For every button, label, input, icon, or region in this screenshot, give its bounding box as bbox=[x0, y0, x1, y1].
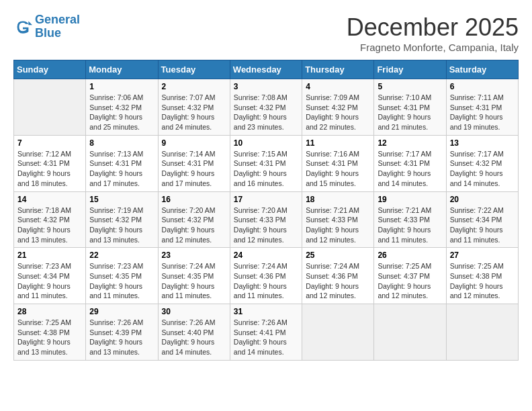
week-row-3: 14 Sunrise: 7:18 AMSunset: 4:32 PMDaylig… bbox=[14, 191, 519, 248]
day-number: 7 bbox=[17, 138, 82, 148]
calendar-cell-w5-d2: 30 Sunrise: 7:26 AMSunset: 4:40 PMDaylig… bbox=[158, 304, 230, 361]
calendar-cell-w3-d1: 15 Sunrise: 7:19 AMSunset: 4:32 PMDaylig… bbox=[86, 191, 158, 248]
logo-line1: General bbox=[35, 13, 80, 26]
calendar-cell-w4-d6: 27 Sunrise: 7:25 AMSunset: 4:38 PMDaylig… bbox=[446, 248, 518, 304]
day-number: 9 bbox=[162, 138, 226, 148]
day-info: Sunrise: 7:23 AMSunset: 4:35 PMDaylight:… bbox=[89, 261, 154, 301]
day-info: Sunrise: 7:11 AMSunset: 4:31 PMDaylight:… bbox=[450, 93, 515, 132]
header-tuesday: Tuesday bbox=[158, 60, 230, 79]
calendar-cell-w4-d0: 21 Sunrise: 7:23 AMSunset: 4:34 PMDaylig… bbox=[14, 248, 86, 304]
week-row-2: 7 Sunrise: 7:12 AMSunset: 4:31 PMDayligh… bbox=[14, 135, 519, 191]
day-number: 15 bbox=[89, 195, 154, 204]
day-number: 28 bbox=[17, 307, 82, 316]
day-number: 18 bbox=[306, 195, 370, 204]
day-info: Sunrise: 7:25 AMSunset: 4:38 PMDaylight:… bbox=[450, 261, 515, 301]
calendar-cell-w5-d6 bbox=[446, 304, 518, 361]
day-info: Sunrise: 7:22 AMSunset: 4:34 PMDaylight:… bbox=[450, 205, 515, 245]
calendar-cell-w1-d5: 5 Sunrise: 7:10 AMSunset: 4:31 PMDayligh… bbox=[374, 79, 446, 136]
day-info: Sunrise: 7:09 AMSunset: 4:32 PMDaylight:… bbox=[306, 93, 370, 132]
week-row-1: 1 Sunrise: 7:06 AMSunset: 4:32 PMDayligh… bbox=[14, 79, 519, 136]
logo-icon bbox=[13, 17, 32, 36]
day-number: 3 bbox=[234, 82, 298, 91]
calendar-cell-w2-d5: 12 Sunrise: 7:17 AMSunset: 4:31 PMDaylig… bbox=[374, 135, 446, 191]
week-row-4: 21 Sunrise: 7:23 AMSunset: 4:34 PMDaylig… bbox=[14, 248, 519, 304]
location-subtitle: Fragneto Monforte, Campania, Italy bbox=[347, 42, 519, 53]
calendar-cell-w1-d1: 1 Sunrise: 7:06 AMSunset: 4:32 PMDayligh… bbox=[86, 79, 158, 136]
day-number: 29 bbox=[89, 307, 154, 316]
day-number: 31 bbox=[234, 307, 298, 316]
header-sunday: Sunday bbox=[14, 60, 86, 79]
calendar-cell-w5-d5 bbox=[374, 304, 446, 361]
calendar-cell-w1-d3: 3 Sunrise: 7:08 AMSunset: 4:32 PMDayligh… bbox=[230, 79, 302, 136]
day-info: Sunrise: 7:24 AMSunset: 4:36 PMDaylight:… bbox=[234, 261, 298, 301]
day-number: 26 bbox=[378, 250, 442, 260]
weekday-header-row: Sunday Monday Tuesday Wednesday Thursday… bbox=[14, 60, 519, 79]
day-info: Sunrise: 7:14 AMSunset: 4:31 PMDaylight:… bbox=[162, 149, 226, 189]
header-saturday: Saturday bbox=[446, 60, 518, 79]
day-info: Sunrise: 7:15 AMSunset: 4:31 PMDaylight:… bbox=[234, 149, 298, 189]
logo: General Blue bbox=[13, 13, 80, 40]
day-info: Sunrise: 7:21 AMSunset: 4:33 PMDaylight:… bbox=[306, 205, 370, 245]
calendar-cell-w2-d6: 13 Sunrise: 7:17 AMSunset: 4:32 PMDaylig… bbox=[446, 135, 518, 191]
day-number: 2 bbox=[162, 82, 226, 91]
calendar-cell-w4-d3: 24 Sunrise: 7:24 AMSunset: 4:36 PMDaylig… bbox=[230, 248, 302, 304]
title-block: December 2025 Fragneto Monforte, Campani… bbox=[347, 13, 519, 53]
day-info: Sunrise: 7:20 AMSunset: 4:33 PMDaylight:… bbox=[234, 205, 298, 245]
calendar-cell-w4-d4: 25 Sunrise: 7:24 AMSunset: 4:36 PMDaylig… bbox=[302, 248, 374, 304]
day-info: Sunrise: 7:16 AMSunset: 4:31 PMDaylight:… bbox=[306, 149, 370, 189]
day-info: Sunrise: 7:19 AMSunset: 4:32 PMDaylight:… bbox=[89, 205, 154, 245]
day-info: Sunrise: 7:17 AMSunset: 4:31 PMDaylight:… bbox=[378, 149, 442, 189]
calendar-cell-w4-d2: 23 Sunrise: 7:24 AMSunset: 4:35 PMDaylig… bbox=[158, 248, 230, 304]
calendar-cell-w2-d1: 8 Sunrise: 7:13 AMSunset: 4:31 PMDayligh… bbox=[86, 135, 158, 191]
header-friday: Friday bbox=[374, 60, 446, 79]
day-number: 5 bbox=[378, 82, 442, 91]
calendar-cell-w4-d1: 22 Sunrise: 7:23 AMSunset: 4:35 PMDaylig… bbox=[86, 248, 158, 304]
calendar-cell-w1-d0 bbox=[14, 79, 86, 136]
calendar-cell-w5-d3: 31 Sunrise: 7:26 AMSunset: 4:41 PMDaylig… bbox=[230, 304, 302, 361]
day-number: 23 bbox=[162, 250, 226, 260]
calendar-table: Sunday Monday Tuesday Wednesday Thursday… bbox=[13, 60, 519, 361]
calendar-cell-w3-d5: 19 Sunrise: 7:21 AMSunset: 4:33 PMDaylig… bbox=[374, 191, 446, 248]
day-number: 1 bbox=[89, 82, 154, 91]
day-number: 11 bbox=[306, 138, 370, 148]
calendar-cell-w5-d4 bbox=[302, 304, 374, 361]
day-number: 6 bbox=[450, 82, 515, 91]
day-info: Sunrise: 7:24 AMSunset: 4:36 PMDaylight:… bbox=[306, 261, 370, 301]
day-info: Sunrise: 7:26 AMSunset: 4:40 PMDaylight:… bbox=[162, 318, 226, 357]
day-number: 12 bbox=[378, 138, 442, 148]
day-number: 22 bbox=[89, 250, 154, 260]
day-number: 21 bbox=[17, 250, 82, 260]
svg-marker-0 bbox=[28, 21, 32, 25]
calendar-cell-w3-d4: 18 Sunrise: 7:21 AMSunset: 4:33 PMDaylig… bbox=[302, 191, 374, 248]
day-info: Sunrise: 7:21 AMSunset: 4:33 PMDaylight:… bbox=[378, 205, 442, 245]
calendar-cell-w5-d1: 29 Sunrise: 7:26 AMSunset: 4:39 PMDaylig… bbox=[86, 304, 158, 361]
day-info: Sunrise: 7:25 AMSunset: 4:37 PMDaylight:… bbox=[378, 261, 442, 301]
calendar-cell-w2-d0: 7 Sunrise: 7:12 AMSunset: 4:31 PMDayligh… bbox=[14, 135, 86, 191]
day-info: Sunrise: 7:23 AMSunset: 4:34 PMDaylight:… bbox=[17, 261, 82, 301]
day-number: 4 bbox=[306, 82, 370, 91]
day-number: 8 bbox=[89, 138, 154, 148]
header-monday: Monday bbox=[86, 60, 158, 79]
week-row-5: 28 Sunrise: 7:25 AMSunset: 4:38 PMDaylig… bbox=[14, 304, 519, 361]
day-info: Sunrise: 7:08 AMSunset: 4:32 PMDaylight:… bbox=[234, 93, 298, 132]
day-info: Sunrise: 7:17 AMSunset: 4:32 PMDaylight:… bbox=[450, 149, 515, 189]
calendar-cell-w1-d6: 6 Sunrise: 7:11 AMSunset: 4:31 PMDayligh… bbox=[446, 79, 518, 136]
logo-text: General Blue bbox=[35, 13, 80, 40]
day-info: Sunrise: 7:12 AMSunset: 4:31 PMDaylight:… bbox=[17, 149, 82, 189]
day-info: Sunrise: 7:25 AMSunset: 4:38 PMDaylight:… bbox=[17, 318, 82, 357]
day-info: Sunrise: 7:06 AMSunset: 4:32 PMDaylight:… bbox=[89, 93, 154, 132]
calendar-cell-w3-d3: 17 Sunrise: 7:20 AMSunset: 4:33 PMDaylig… bbox=[230, 191, 302, 248]
calendar-cell-w3-d6: 20 Sunrise: 7:22 AMSunset: 4:34 PMDaylig… bbox=[446, 191, 518, 248]
day-info: Sunrise: 7:26 AMSunset: 4:39 PMDaylight:… bbox=[89, 318, 154, 357]
day-info: Sunrise: 7:10 AMSunset: 4:31 PMDaylight:… bbox=[378, 93, 442, 132]
day-number: 25 bbox=[306, 250, 370, 260]
day-number: 10 bbox=[234, 138, 298, 148]
day-number: 16 bbox=[162, 195, 226, 204]
day-info: Sunrise: 7:24 AMSunset: 4:35 PMDaylight:… bbox=[162, 261, 226, 301]
calendar-cell-w1-d4: 4 Sunrise: 7:09 AMSunset: 4:32 PMDayligh… bbox=[302, 79, 374, 136]
page-header: General Blue December 2025 Fragneto Monf… bbox=[13, 13, 519, 53]
day-number: 14 bbox=[17, 195, 82, 204]
month-title: December 2025 bbox=[347, 13, 519, 42]
calendar-cell-w3-d2: 16 Sunrise: 7:20 AMSunset: 4:32 PMDaylig… bbox=[158, 191, 230, 248]
day-info: Sunrise: 7:26 AMSunset: 4:41 PMDaylight:… bbox=[234, 318, 298, 357]
